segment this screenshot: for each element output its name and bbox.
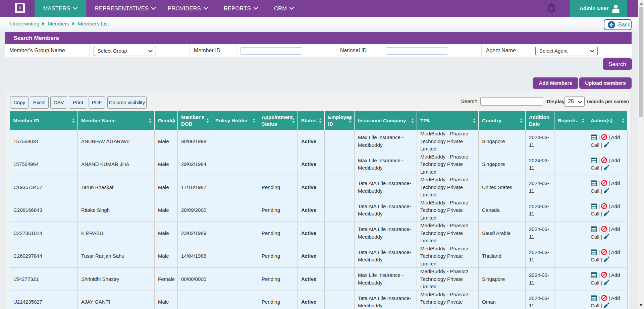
svg-text:0: 0 [550, 6, 553, 11]
